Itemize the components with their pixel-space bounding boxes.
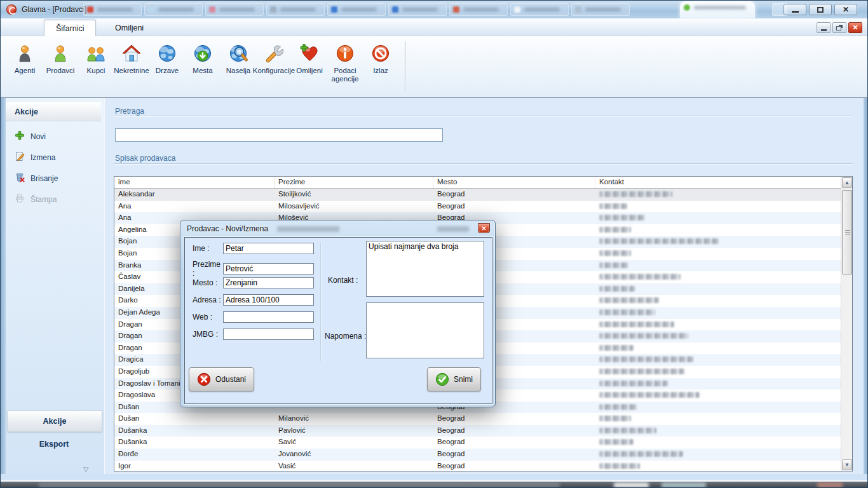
- table-row[interactable]: Aleksandar Stoiljković Beograd: [114, 189, 841, 201]
- mdi-minimize-button[interactable]: [817, 22, 831, 33]
- table-row[interactable]: Dušanka Savić Beograd: [114, 437, 841, 449]
- toolbar-item-nekretnine[interactable]: Nekretnine: [114, 41, 149, 76]
- mdi-close-button[interactable]: ✕: [848, 22, 862, 33]
- ghost-tab-icon: [270, 6, 276, 13]
- titlebar-ghost-tab[interactable]: [266, 3, 325, 16]
- seller-person-icon: [50, 43, 71, 64]
- cell-mesto: Beograd: [433, 201, 595, 213]
- cell-kontakt: [595, 189, 841, 201]
- minimize-button[interactable]: [783, 4, 806, 15]
- table-row[interactable]: Dušanka Pavlović Beograd: [114, 425, 841, 437]
- titlebar-ghost-tab[interactable]: [327, 3, 386, 16]
- dialog-input-web[interactable]: [223, 311, 314, 323]
- cell-kontakt: [595, 307, 841, 319]
- cell-ime: Aleksandar: [114, 189, 275, 201]
- vertical-scrollbar[interactable]: ▲ ▼: [841, 177, 852, 471]
- cell-kontakt: [595, 402, 841, 414]
- kontakt-redacted-value: [599, 203, 627, 209]
- kontakt-redacted-value: [599, 286, 635, 292]
- dialog-titlebar[interactable]: Prodavac - Novi/Izmena ✕: [180, 220, 495, 237]
- titlebar-ghost-tab[interactable]: [205, 3, 264, 16]
- dialog-input-mesto[interactable]: [223, 277, 314, 288]
- cell-prezime: Jovanović: [275, 449, 433, 461]
- search-input[interactable]: [115, 128, 443, 142]
- tab-omiljeni[interactable]: Omiljeni: [104, 20, 155, 36]
- ghost-tab-blur: [280, 8, 316, 11]
- column-header-ime[interactable]: ime: [114, 177, 275, 188]
- toolbar-item-mesta[interactable]: Mesta: [185, 41, 220, 76]
- application-window: Glavna - [Prodavci] ✕ Šifarnici Omiljeni…: [0, 0, 868, 488]
- column-header-prezime[interactable]: Prezime: [275, 177, 433, 188]
- sidebar-item-izmena[interactable]: Izmena: [6, 147, 105, 168]
- column-header-mesto[interactable]: Mesto: [433, 177, 595, 188]
- titlebar-ghost-tab[interactable]: [388, 3, 447, 16]
- napomena-textarea[interactable]: [366, 302, 484, 358]
- titlebar-ghost-tab[interactable]: [510, 3, 569, 16]
- toolbar-item-label: Omiljeni: [296, 67, 323, 75]
- toolbar-item-izlaz[interactable]: Izlaz: [363, 41, 398, 76]
- column-header-kontakt[interactable]: Kontakt: [595, 177, 841, 188]
- ribbon-tabstrip: Šifarnici Omiljeni ✕: [1, 18, 868, 36]
- info-circle-icon: [334, 43, 356, 64]
- dialog-input-jmbg[interactable]: [223, 329, 314, 340]
- sidebar-items: NoviIzmenaBrisanjeŠtampa: [6, 126, 105, 210]
- table-row[interactable]: Igor Vasić Beograd: [114, 461, 841, 471]
- maximize-button[interactable]: [809, 4, 832, 15]
- scrollbar-thumb[interactable]: [842, 190, 852, 274]
- cell-mesto: Beograd: [433, 449, 595, 461]
- scroll-up-arrow-icon[interactable]: ▲: [842, 177, 852, 188]
- glass-blur-artifact: [437, 226, 469, 232]
- titlebar-ghost-tab[interactable]: [680, 1, 755, 18]
- toolbar-item-konfiguracije[interactable]: Konfiguracije: [256, 41, 292, 76]
- napomena-label: Napomena :: [325, 332, 366, 341]
- ghost-tab-icon: [684, 4, 690, 11]
- ghost-tab-icon: [331, 6, 337, 13]
- mdi-restore-button[interactable]: [832, 22, 846, 33]
- chevron-down-icon[interactable]: ▽: [83, 465, 88, 473]
- titlebar-ghost-tab[interactable]: [144, 3, 203, 16]
- snimi-button[interactable]: Snimi: [427, 367, 481, 391]
- table-row[interactable]: Đorđe Jovanović Beograd: [114, 449, 841, 461]
- sidebar-akcije-button[interactable]: Akcije: [7, 410, 102, 432]
- toolbar-item-omiljeni[interactable]: Omiljeni: [292, 41, 327, 76]
- kontakt-redacted-value: [599, 297, 659, 303]
- titlebar-ghost-tab[interactable]: [449, 3, 508, 16]
- dialog-title: Prodavac - Novi/Izmena: [187, 224, 268, 233]
- cell-kontakt: [595, 461, 841, 471]
- odustani-button[interactable]: Odustani: [189, 367, 254, 391]
- kontakt-textarea[interactable]: Upisati najmanje dva broja: [366, 241, 484, 297]
- kontakt-redacted-value: [599, 274, 681, 280]
- toolbar-item-kupci[interactable]: Kupci: [78, 41, 114, 76]
- ghost-tab-blur: [585, 8, 621, 11]
- titlebar-ghost-tab[interactable]: [83, 3, 142, 16]
- toolbar-item-prodavci[interactable]: Prodavci: [43, 41, 78, 76]
- dialog-input-ime[interactable]: [223, 243, 314, 254]
- toolbar-item-label: Podaci agencije: [329, 67, 362, 83]
- kontakt-redacted-value: [599, 345, 634, 351]
- cell-mesto: Beograd: [433, 413, 595, 425]
- toolbar-item-label: Konfiguracije: [253, 67, 295, 75]
- cell-kontakt: [595, 449, 841, 461]
- table-row[interactable]: Dušan Milanović Beograd: [114, 413, 841, 425]
- dialog-input-prezime[interactable]: [223, 263, 314, 274]
- ghost-tab-icon: [148, 6, 154, 13]
- cell-kontakt: [595, 390, 841, 402]
- toolbar-item-naselja[interactable]: Naselja: [220, 41, 256, 76]
- close-icon: ✕: [843, 6, 849, 13]
- tab-sifarnici[interactable]: Šifarnici: [44, 20, 96, 36]
- sidebar-item-novi[interactable]: Novi: [6, 126, 105, 147]
- kontakt-redacted-value: [599, 463, 640, 469]
- toolbar-item-podaci-agencije[interactable]: Podaci agencije: [327, 41, 363, 85]
- toolbar-item-agenti[interactable]: Agenti: [7, 41, 43, 76]
- dialog-input-adresa[interactable]: [223, 294, 314, 306]
- toolbar-item-label: Naselja: [226, 67, 250, 75]
- sidebar-eksport-button[interactable]: Eksport: [6, 440, 102, 449]
- table-row[interactable]: Ana Milosavljević Beograd: [114, 201, 841, 213]
- sidebar-item-brisanje[interactable]: Brisanje: [6, 168, 105, 189]
- close-button[interactable]: ✕: [834, 4, 857, 15]
- dialog-close-button[interactable]: ✕: [478, 223, 490, 233]
- sidebar-item-štampa[interactable]: Štampa: [6, 189, 105, 210]
- scroll-down-arrow-icon[interactable]: ▼: [842, 459, 852, 470]
- titlebar-ghost-tab[interactable]: [571, 3, 630, 16]
- toolbar-item-drzave[interactable]: Drzave: [149, 41, 185, 76]
